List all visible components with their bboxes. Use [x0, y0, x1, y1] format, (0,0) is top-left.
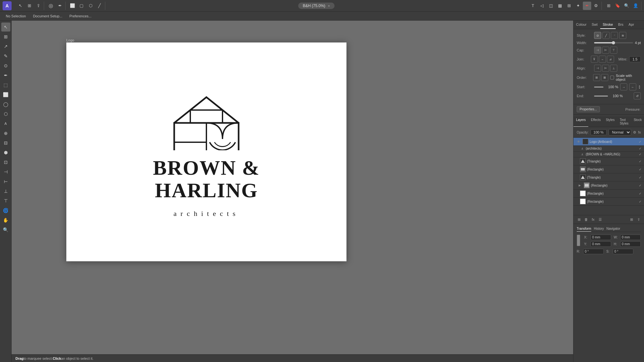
layer-logo-artboard[interactable]: 👁 Logo (Artboard) ✓ [573, 138, 644, 146]
pencil-tool[interactable]: ✒ [1, 71, 10, 80]
line-btn[interactable]: ╱ [95, 2, 104, 10]
r-input[interactable] [583, 249, 604, 254]
grid-tool-btn[interactable]: ⊞ [25, 2, 33, 10]
stroke-line-btn[interactable]: ╱ [602, 32, 610, 39]
end-refresh-btn[interactable]: ↺ [634, 92, 641, 99]
fill-tool-btn[interactable]: ◫ [547, 2, 555, 10]
person-btn[interactable]: 👤 [631, 2, 640, 10]
preferences-btn[interactable]: Preferences... [66, 14, 94, 19]
start-arrow-left[interactable]: ← [629, 83, 636, 90]
w-input[interactable] [620, 235, 641, 240]
layer-fx-footer-btn[interactable]: fx [590, 217, 596, 222]
pen-btn[interactable]: ✒ [56, 2, 64, 10]
liquefy-tool[interactable]: ✋ [1, 216, 10, 225]
circle-btn[interactable]: ◎ [47, 2, 55, 10]
grid-view-btn[interactable]: ⊞ [565, 2, 573, 10]
width-slider[interactable] [594, 42, 633, 43]
text-tool-btn[interactable]: T [529, 2, 537, 10]
cap-butt-btn[interactable]: ⊣ [594, 47, 601, 54]
layer-rectangle-2[interactable]: ▶ (Rectangle) ✓ [573, 181, 644, 190]
apr-tab[interactable]: Apr [626, 21, 637, 29]
transform-tool[interactable]: ⊙ [1, 61, 10, 70]
no-selection-btn[interactable]: No Selection [3, 14, 29, 19]
hex-btn[interactable]: ⬡ [86, 2, 95, 10]
stroke-tool-btn[interactable]: ◁ [538, 2, 546, 10]
layer-fx-btn[interactable]: fx [638, 129, 641, 135]
patch-tool[interactable]: ⊤ [1, 196, 10, 205]
colour-tab[interactable]: Colour [573, 21, 589, 29]
history-tab[interactable]: History [594, 226, 604, 232]
gradient-tool[interactable]: ⬢ [1, 148, 10, 157]
red-tool-btn[interactable]: ✒ [583, 2, 591, 10]
navigator-tab[interactable]: Navigator [606, 226, 620, 232]
close-document-btn[interactable]: × [328, 4, 330, 8]
align-outside-btn[interactable]: ⊥ [610, 65, 617, 72]
paint-tool[interactable]: ✎ [1, 51, 10, 60]
join-miter-btn[interactable]: ⊽ [591, 56, 598, 63]
search-btn[interactable]: 🔍 [622, 2, 631, 10]
start-arrow-right[interactable]: → [620, 83, 627, 90]
zoom-tool[interactable]: 🔍 [1, 225, 10, 234]
stroke-tab[interactable]: Stroke [600, 21, 616, 29]
arrow-tool[interactable]: ↖ [1, 23, 10, 32]
text-styles-tab[interactable]: Text Styles [617, 116, 631, 127]
gradient-tool-btn[interactable]: ▩ [556, 2, 564, 10]
layers-tab[interactable]: Layers [573, 116, 588, 127]
scale-checkbox[interactable] [610, 76, 614, 79]
vector-tool[interactable]: ⬚ [1, 80, 10, 89]
layer-triangle-1[interactable]: (Triangle) ✓ [573, 157, 644, 165]
order-fill-front-btn[interactable]: ⊞ [593, 74, 600, 81]
node-btn[interactable]: ✦ [574, 2, 582, 10]
layer-adj-btn[interactable]: ☰ [597, 217, 603, 222]
text-tool[interactable]: A [1, 119, 10, 128]
crop-tool[interactable]: ↗ [1, 42, 10, 51]
rect-tool[interactable]: ⬜ [1, 90, 10, 99]
stroke-dash-btn[interactable]: ⁻ [611, 32, 618, 39]
bucket-tool[interactable]: ⊟ [1, 138, 10, 147]
start-up-btn[interactable]: ▲ [639, 85, 641, 87]
canvas-area[interactable]: Logo [12, 21, 573, 362]
bookmark-btn[interactable]: 🔖 [613, 2, 622, 10]
align-center-btn[interactable]: ⊢ [602, 65, 609, 72]
layer-rectangle-3[interactable]: (Rectangle) ✓ [573, 190, 644, 198]
layer-rectangle-1[interactable]: (Rectangle) ✓ [573, 165, 644, 173]
layer-settings-btn[interactable]: ⚙ [633, 129, 636, 135]
styles-tab[interactable]: Styles [603, 116, 617, 127]
s-input[interactable] [613, 249, 633, 254]
blend-mode-select[interactable]: Normal [609, 129, 631, 135]
layer-brown-harling[interactable]: A (BROWN & ÷HARLING) ✓ [573, 152, 644, 157]
clone-tool[interactable]: ⊥ [1, 187, 10, 196]
order-stroke-front-btn[interactable]: ⊠ [601, 74, 608, 81]
select-tool-btn[interactable]: ↖ [16, 2, 24, 10]
cap-round-btn[interactable]: ⊢ [602, 47, 609, 54]
share-tool-btn[interactable]: ⇪ [34, 2, 43, 10]
smudge-tool[interactable]: ⊣ [1, 167, 10, 176]
effects-tab[interactable]: Effects [588, 116, 603, 127]
delete-layer-btn[interactable]: 🗑 [583, 217, 589, 222]
brs-tab[interactable]: Brs [616, 21, 626, 29]
layer-rectangle-4[interactable]: (Rectangle) ✓ [573, 198, 644, 206]
dodge-tool[interactable]: ⊢ [1, 177, 10, 186]
x-input[interactable] [591, 235, 611, 240]
properties-btn[interactable]: Properties... [577, 106, 600, 112]
polygon-tool[interactable]: ⬡ [1, 109, 10, 118]
mitre-input[interactable] [629, 56, 641, 62]
blur-tool[interactable]: ⊡ [1, 158, 10, 167]
join-round-btn[interactable]: ⌣ [599, 56, 606, 63]
layer-grid-btn[interactable]: ⊞ [629, 217, 634, 222]
retouch-tool[interactable]: 🌀 [1, 206, 10, 215]
eyedrop-tool[interactable]: ⊕ [1, 129, 10, 138]
start-down-btn[interactable]: ▼ [639, 87, 641, 89]
add-layer-btn[interactable]: ⊞ [576, 217, 582, 222]
y-input[interactable] [591, 241, 611, 247]
stroke-texture-btn[interactable]: ≋ [619, 32, 626, 39]
artboard[interactable]: BROWN & HARLING architects [66, 42, 346, 261]
expand-icon-rect2[interactable]: ▶ [579, 184, 582, 187]
round-rect-btn[interactable]: ▢ [77, 2, 86, 10]
stroke-none-btn[interactable]: ⊘ [594, 32, 601, 39]
node-tool[interactable]: ⊞ [1, 32, 10, 41]
document-setup-btn[interactable]: Document Setup... [30, 14, 65, 19]
layer-triangle-2[interactable]: (Triangle) ✓ [573, 173, 644, 181]
stock-tab[interactable]: Stock [631, 116, 644, 127]
layer-architects[interactable]: A (architects) ✓ [573, 146, 644, 152]
